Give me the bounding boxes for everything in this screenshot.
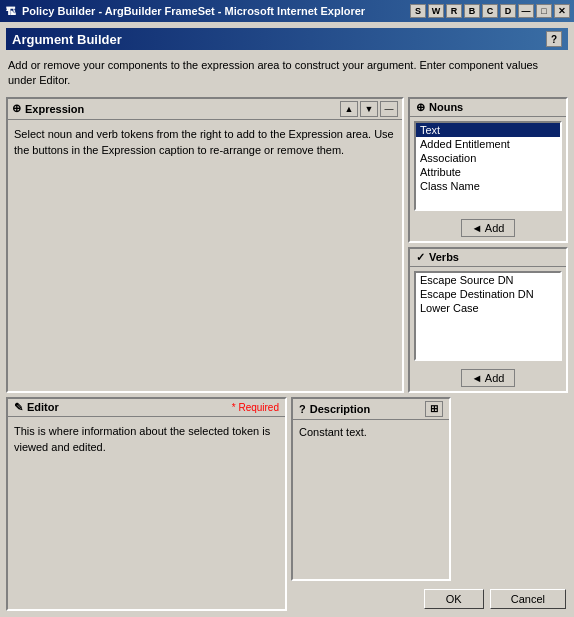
expression-down-button[interactable]: ▼ [360, 101, 378, 117]
arg-builder-description: Add or remove your components to the exp… [6, 54, 568, 93]
nouns-label: Nouns [429, 101, 463, 113]
tb-b[interactable]: B [464, 4, 480, 18]
expression-panel: ⊕ Expression ▲ ▼ — Select noun and verb … [6, 97, 404, 393]
description-content: Constant text. [293, 420, 449, 579]
footer: OK Cancel [291, 585, 568, 611]
close-button[interactable]: ✕ [554, 4, 570, 18]
expression-header: ⊕ Expression ▲ ▼ — [8, 99, 402, 120]
expression-icon: ⊕ [12, 102, 21, 115]
nouns-listbox[interactable]: Text Added Entitlement Association Attri… [414, 121, 562, 211]
nouns-icon: ⊕ [416, 101, 425, 114]
expression-label: Expression [25, 103, 84, 115]
list-item[interactable]: Escape Destination DN [416, 287, 560, 301]
list-item[interactable]: Lower Case [416, 301, 560, 315]
right-column: ⊕ Nouns Text Added Entitlement Associati… [408, 97, 568, 393]
tb-r[interactable]: R [446, 4, 462, 18]
maximize-button[interactable]: □ [536, 4, 552, 18]
expression-buttons: ▲ ▼ — [340, 101, 398, 117]
editor-label: Editor [27, 401, 59, 413]
nouns-content: Text Added Entitlement Association Attri… [410, 117, 566, 241]
cancel-button[interactable]: Cancel [490, 589, 566, 609]
description-header: ? Description ⊞ [293, 399, 449, 420]
description-panel: ? Description ⊞ Constant text. [291, 397, 451, 581]
editor-content: This is where information about the sele… [8, 417, 285, 462]
verbs-listbox-inner: Escape Source DN Escape Destination DN L… [416, 273, 560, 359]
title-bar: 🏗 Policy Builder - ArgBuilder FrameSet -… [0, 0, 574, 22]
list-item[interactable]: Added Entitlement [416, 137, 560, 151]
tb-s[interactable]: S [410, 4, 426, 18]
list-item[interactable]: Escape Source DN [416, 273, 560, 287]
verbs-panel: ✓ Verbs Escape Source DN Escape Destinat… [408, 247, 568, 393]
editor-panel: ✎ Editor * Required This is where inform… [6, 397, 287, 611]
bottom-row: ✎ Editor * Required This is where inform… [6, 397, 568, 611]
bottom-area: ? Description ⊞ Constant text. OK Cancel [291, 397, 568, 611]
title-bar-text: Policy Builder - ArgBuilder FrameSet - M… [22, 5, 365, 17]
editor-icon: ✎ [14, 401, 23, 414]
editor-header: ✎ Editor * Required [8, 399, 285, 417]
description-expand-button[interactable]: ⊞ [425, 401, 443, 417]
arg-builder-title: Argument Builder [12, 32, 122, 47]
tb-d[interactable]: D [500, 4, 516, 18]
nouns-panel: ⊕ Nouns Text Added Entitlement Associati… [408, 97, 568, 243]
expression-remove-button[interactable]: — [380, 101, 398, 117]
list-item[interactable]: Text [416, 123, 560, 137]
tb-c[interactable]: C [482, 4, 498, 18]
minimize-button[interactable]: — [518, 4, 534, 18]
verbs-label: Verbs [429, 251, 459, 263]
verbs-add-button[interactable]: ◄ Add [461, 369, 516, 387]
tb-w[interactable]: W [428, 4, 444, 18]
help-button[interactable]: ? [546, 31, 562, 47]
middle-row: ⊕ Expression ▲ ▼ — Select noun and verb … [6, 97, 568, 393]
list-item[interactable]: Attribute [416, 165, 560, 179]
required-label: * Required [232, 402, 279, 413]
description-label: Description [310, 403, 371, 415]
expression-up-button[interactable]: ▲ [340, 101, 358, 117]
list-item[interactable]: Association [416, 151, 560, 165]
verbs-header: ✓ Verbs [410, 249, 566, 267]
list-item[interactable]: Class Name [416, 179, 560, 193]
nouns-listbox-inner: Text Added Entitlement Association Attri… [416, 123, 560, 209]
verbs-listbox[interactable]: Escape Source DN Escape Destination DN L… [414, 271, 562, 361]
nouns-add-button[interactable]: ◄ Add [461, 219, 516, 237]
verbs-icon: ✓ [416, 251, 425, 264]
description-icon: ? [299, 403, 306, 415]
app-icon: 🏗 [4, 4, 18, 18]
main-container: Argument Builder ? Add or remove your co… [0, 22, 574, 617]
expression-content: Select noun and verb tokens from the rig… [8, 120, 402, 240]
title-bar-buttons: S W R B C D — □ ✕ [410, 4, 570, 18]
ok-button[interactable]: OK [424, 589, 484, 609]
nouns-header: ⊕ Nouns [410, 99, 566, 117]
arg-builder-header: Argument Builder ? [6, 28, 568, 50]
verbs-content: Escape Source DN Escape Destination DN L… [410, 267, 566, 391]
